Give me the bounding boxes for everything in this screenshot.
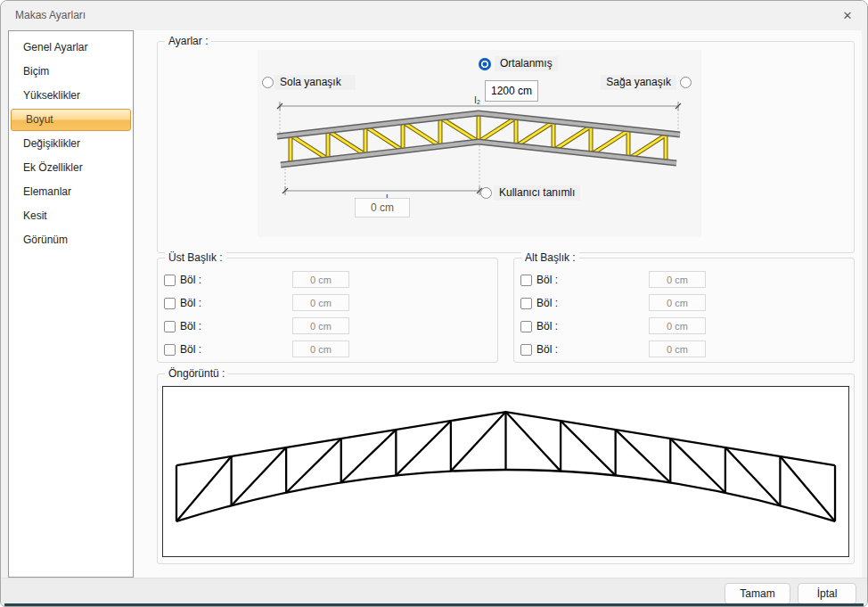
- l2-dimension-label: l₂: [459, 94, 480, 105]
- group-ongoruntu: Öngörüntü :: [157, 373, 855, 564]
- radio-kullanici-tanimli[interactable]: [480, 187, 492, 199]
- bol-input[interactable]: [292, 294, 349, 311]
- bol-checkbox[interactable]: [520, 298, 532, 309]
- l1-input[interactable]: [355, 198, 410, 217]
- sidebar-item-degisiklikler[interactable]: Değişiklikler: [9, 132, 133, 156]
- radio-ortalanmis[interactable]: [479, 58, 491, 70]
- bol-checkbox[interactable]: [164, 275, 176, 286]
- sidebar-item-gorunum[interactable]: Görünüm: [9, 228, 133, 252]
- bol-input[interactable]: [292, 317, 349, 334]
- truss-settings-image: Ortalanmış Sola yanaşık Sağa yanaşık Kul…: [258, 50, 701, 237]
- bol-input[interactable]: [649, 271, 706, 288]
- sidebar-item-genel-ayarlar[interactable]: Genel Ayarlar: [9, 36, 133, 60]
- cancel-button[interactable]: İptal: [798, 583, 856, 604]
- bol-label: Böl :: [536, 343, 558, 356]
- radio-saga-yanasik[interactable]: [680, 77, 692, 88]
- group-ayarlar-label: Ayarlar :: [165, 35, 211, 47]
- group-ust-baslik: Üst Başlık : Böl : Böl : Böl : Böl :: [157, 258, 498, 363]
- bol-label: Böl :: [536, 274, 558, 286]
- truss-preview-drawing: [163, 387, 848, 556]
- l2-input[interactable]: [485, 80, 538, 102]
- bol-label: Böl :: [536, 297, 558, 309]
- group-alt-baslik-label: Alt Başlık :: [521, 251, 579, 264]
- close-icon: ✕: [843, 9, 853, 22]
- truss-preview: [162, 386, 849, 557]
- bol-checkbox[interactable]: [164, 321, 176, 332]
- bol-checkbox[interactable]: [520, 321, 532, 332]
- group-alt-baslik: Alt Başlık : Böl : Böl : Böl : Böl :: [513, 258, 855, 363]
- close-button[interactable]: ✕: [837, 6, 858, 26]
- bol-input[interactable]: [649, 294, 706, 311]
- radio-sola-yanasik-label[interactable]: Sola yanaşık: [274, 75, 356, 90]
- bol-input[interactable]: [649, 317, 706, 334]
- bol-input[interactable]: [292, 271, 349, 288]
- bol-checkbox[interactable]: [164, 298, 176, 309]
- bol-checkbox[interactable]: [520, 275, 532, 286]
- sidebar-item-kesit[interactable]: Kesit: [9, 204, 133, 228]
- bol-label: Böl :: [536, 320, 558, 332]
- window-bottom-edge: [4, 603, 864, 606]
- sidebar-item-yukseklikler[interactable]: Yükseklikler: [9, 84, 133, 108]
- radio-sola-yanasik[interactable]: [262, 77, 274, 88]
- bol-label: Böl :: [180, 343, 201, 356]
- group-ongoruntu-label: Öngörüntü :: [165, 367, 228, 380]
- dialog-window: Makas Ayarları ✕ Genel Ayarlar Biçim Yük…: [0, 0, 868, 607]
- sidebar-item-boyut[interactable]: Boyut: [11, 109, 131, 131]
- radio-kullanici-tanimli-label[interactable]: Kullanıcı tanımlı: [494, 185, 580, 201]
- sidebar-item-ek-ozellikler[interactable]: Ek Özellikler: [9, 156, 133, 180]
- bol-input[interactable]: [292, 340, 349, 357]
- bol-label: Böl :: [180, 297, 201, 309]
- radio-saga-yanasik-label[interactable]: Sağa yanaşık: [601, 75, 676, 90]
- bol-checkbox[interactable]: [164, 344, 176, 356]
- sidebar-item-bicim[interactable]: Biçim: [9, 60, 133, 84]
- title-bar: Makas Ayarları ✕: [1, 1, 867, 30]
- bol-input[interactable]: [649, 340, 706, 357]
- group-ust-baslik-label: Üst Başlık :: [165, 251, 226, 264]
- page-title: Makas Ayarları: [15, 9, 86, 21]
- bol-checkbox[interactable]: [520, 344, 532, 356]
- radio-ortalanmis-label[interactable]: Ortalanmış: [495, 56, 558, 71]
- bol-label: Böl :: [180, 274, 201, 286]
- sidebar: Genel Ayarlar Biçim Yükseklikler Boyut D…: [8, 30, 134, 578]
- bol-label: Böl :: [180, 320, 201, 332]
- footer-bar: Tamam İptal: [1, 578, 867, 605]
- sidebar-item-elemanlar[interactable]: Elemanlar: [9, 180, 133, 204]
- ok-button[interactable]: Tamam: [725, 583, 790, 604]
